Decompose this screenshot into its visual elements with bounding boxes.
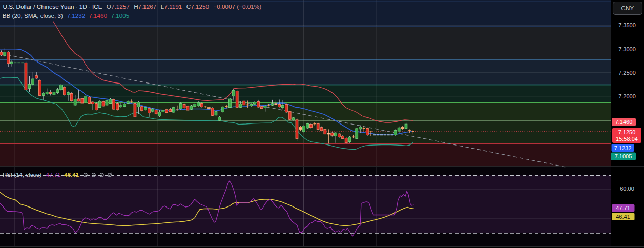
svg-text:60.00: 60.00 (620, 185, 634, 192)
svg-text:7.3500: 7.3500 (618, 22, 636, 28)
svg-text:46.41: 46.41 (64, 172, 79, 178)
svg-text:7.2000: 7.2000 (618, 93, 636, 99)
svg-text:15:58:04: 15:58:04 (616, 136, 638, 142)
svg-text:RSI (14, close): RSI (14, close) (3, 172, 41, 178)
svg-text:7.1005: 7.1005 (615, 153, 632, 159)
svg-text:7.1005: 7.1005 (111, 12, 130, 19)
svg-text:7.1460: 7.1460 (89, 12, 107, 19)
svg-text:7.1250: 7.1250 (618, 129, 636, 135)
svg-text:7.1232: 7.1232 (67, 12, 86, 19)
svg-text:7.2500: 7.2500 (618, 70, 636, 76)
svg-text:U.S. Dollar / Chinese Yuan · 1: U.S. Dollar / Chinese Yuan · 1D · ICE (3, 3, 102, 10)
svg-text:7.3000: 7.3000 (618, 46, 636, 52)
svg-text:7.1232: 7.1232 (614, 145, 632, 151)
svg-text:BB (20, SMA, close, 3): BB (20, SMA, close, 3) (3, 12, 63, 19)
svg-text:7.1460: 7.1460 (615, 119, 633, 125)
svg-text:CNY: CNY (621, 5, 634, 11)
svg-text:46.41: 46.41 (616, 214, 630, 220)
svg-text:47.71: 47.71 (46, 172, 61, 178)
svg-text:47.71: 47.71 (616, 205, 630, 211)
